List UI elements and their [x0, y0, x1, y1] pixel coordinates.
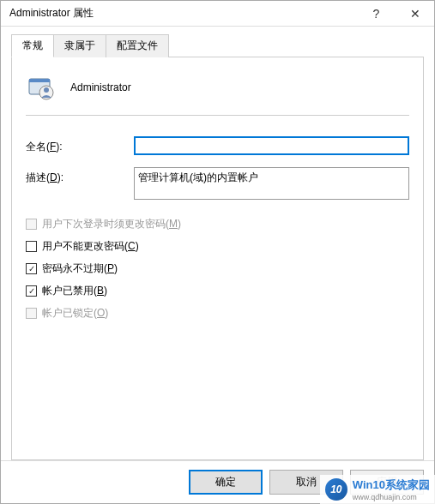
dialog-window: Administrator 属性 ? ✕ 常规 隶属于 配置文件 — [0, 0, 435, 504]
ok-button[interactable]: 确定 — [189, 470, 263, 495]
checkbox-must-change-label: 用户下次登录时须更改密码(M) — [42, 217, 181, 231]
fullname-row: 全名(F): — [26, 136, 409, 155]
tab-general[interactable]: 常规 — [11, 34, 54, 57]
fullname-input[interactable] — [134, 136, 409, 155]
divider — [26, 115, 409, 116]
watermark-text: Win10系统家园 www.qdhuajin.com — [353, 477, 430, 501]
watermark-sub: www.qdhuajin.com — [353, 493, 430, 501]
checkbox-account-disabled-label: 帐户已禁用(B) — [42, 284, 107, 298]
checkbox-account-locked-row: 帐户已锁定(O) — [26, 306, 409, 321]
description-input[interactable] — [134, 167, 409, 200]
titlebar-controls: ? ✕ — [357, 1, 434, 26]
user-name-label: Administrator — [70, 81, 131, 93]
watermark-logo-icon: 10 — [325, 478, 347, 501]
svg-rect-1 — [29, 79, 50, 82]
tab-header: 常规 隶属于 配置文件 — [11, 33, 424, 57]
svg-point-3 — [44, 87, 49, 93]
close-button[interactable]: ✕ — [396, 1, 434, 26]
checkbox-account-disabled-row[interactable]: 帐户已禁用(B) — [26, 284, 409, 298]
watermark-main: Win10系统家园 — [353, 477, 430, 493]
checkbox-cannot-change-row[interactable]: 用户不能更改密码(C) — [26, 239, 409, 254]
checkbox-account-disabled[interactable] — [26, 285, 37, 297]
window-title: Administrator 属性 — [9, 6, 94, 21]
checkbox-cannot-change[interactable] — [26, 241, 37, 252]
tab-memberof[interactable]: 隶属于 — [53, 34, 106, 57]
tab-body-general: Administrator 全名(F): 描述(D): 用户下次登录时须更改密码… — [11, 57, 424, 460]
tab-profile[interactable]: 配置文件 — [106, 34, 169, 57]
titlebar: Administrator 属性 ? ✕ — [1, 1, 434, 27]
checkbox-section: 用户下次登录时须更改密码(M) 用户不能更改密码(C) 密码永不过期(P) 帐户… — [26, 217, 409, 321]
watermark: 10 Win10系统家园 www.qdhuajin.com — [320, 475, 435, 504]
checkbox-never-expires-label: 密码永不过期(P) — [42, 261, 118, 276]
checkbox-account-locked — [26, 308, 37, 319]
fullname-label: 全名(F): — [26, 136, 134, 154]
checkbox-must-change — [26, 219, 37, 230]
help-button[interactable]: ? — [357, 1, 396, 26]
description-row: 描述(D): — [26, 167, 409, 200]
checkbox-account-locked-label: 帐户已锁定(O) — [42, 306, 108, 321]
user-header: Administrator — [26, 72, 409, 103]
checkbox-must-change-row: 用户下次登录时须更改密码(M) — [26, 217, 409, 231]
description-label: 描述(D): — [26, 167, 134, 185]
content-area: 常规 隶属于 配置文件 Administrator 全 — [1, 27, 434, 460]
checkbox-never-expires-row[interactable]: 密码永不过期(P) — [26, 261, 409, 276]
user-icon — [26, 72, 57, 103]
checkbox-cannot-change-label: 用户不能更改密码(C) — [42, 239, 139, 254]
checkbox-never-expires[interactable] — [26, 263, 37, 274]
